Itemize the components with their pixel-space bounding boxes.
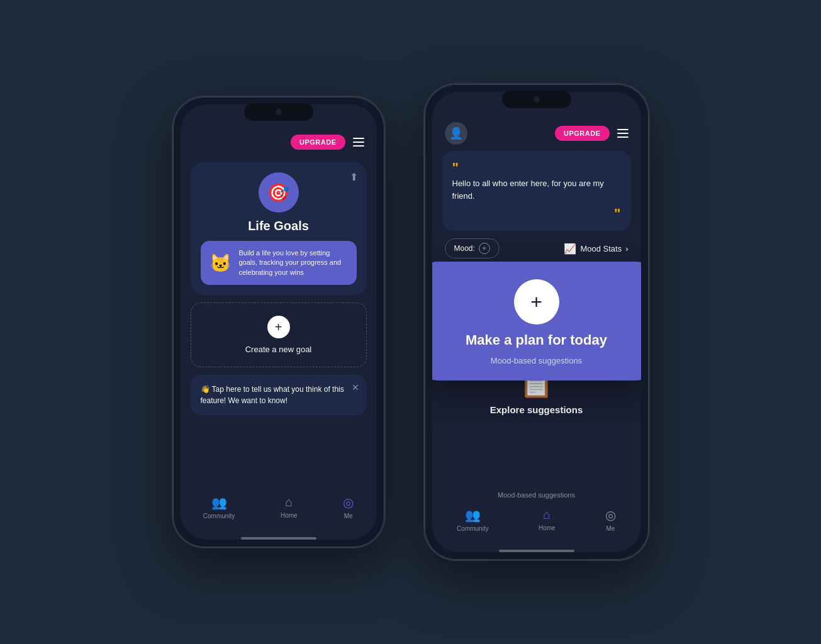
chevron-right-icon: ›	[625, 244, 628, 253]
quote-open: "	[452, 161, 621, 175]
feedback-text: 👋 Tap here to tell us what you think of …	[201, 384, 357, 406]
avatar[interactable]: 👤	[445, 122, 467, 145]
home-indicator-left	[241, 537, 316, 540]
menu-line-r3	[617, 136, 628, 138]
home-indicator-right	[499, 550, 574, 552]
chart-icon: 📈	[564, 243, 576, 255]
notch-right	[502, 91, 571, 108]
menu-line-r2	[617, 133, 628, 134]
explore-label: Explore suggestions	[490, 404, 583, 415]
nav-home-right[interactable]: ⌂ Home	[539, 508, 556, 532]
nav-me-right[interactable]: ◎ Me	[605, 508, 616, 532]
nav-me-label-2: Me	[606, 525, 615, 532]
overlay-card[interactable]: + Make a plan for today Mood-based sugge…	[432, 262, 641, 380]
nav-home-left[interactable]: ⌂ Home	[281, 495, 298, 519]
overlay-title: Make a plan for today	[466, 332, 607, 348]
create-goal-label: Create a new goal	[245, 345, 312, 354]
scene: UPGRADE ⬆ Life Goals 🐱	[147, 58, 675, 586]
main-content-left: ⬆ Life Goals 🐱 Build a life you love by …	[181, 156, 377, 489]
feedback-card[interactable]: 👋 Tap here to tell us what you think of …	[191, 375, 367, 415]
phone-frame-right: 👤 UPGRADE " Hello t	[423, 83, 650, 561]
mood-plus-icon: +	[479, 243, 490, 254]
notch-left	[244, 103, 313, 121]
home-icon-2: ⌂	[543, 508, 550, 522]
notch-dot	[276, 109, 282, 115]
upgrade-button[interactable]: UPGRADE	[291, 135, 345, 150]
mood-stats-link[interactable]: 📈 Mood Stats ›	[564, 243, 628, 255]
nav-home-label-2: Home	[539, 525, 556, 531]
phone-screen-left: UPGRADE ⬆ Life Goals 🐱	[181, 104, 377, 540]
home-icon: ⌂	[285, 495, 293, 509]
header-right-group: UPGRADE	[555, 126, 628, 141]
side-button-left-2	[423, 172, 425, 195]
nav-community-left[interactable]: 👥 Community	[203, 495, 235, 519]
phone-frame-left: UPGRADE ⬆ Life Goals 🐱	[172, 96, 386, 548]
close-button[interactable]: ✕	[352, 382, 359, 392]
phone-screen-right: 👤 UPGRADE " Hello t	[432, 92, 641, 552]
goals-card: ⬆ Life Goals 🐱 Build a life you love by …	[191, 162, 367, 295]
mood-button[interactable]: Mood: +	[445, 238, 500, 258]
mood-stats-label: Mood Stats	[580, 244, 622, 253]
nav-community-right[interactable]: 👥 Community	[457, 508, 489, 532]
community-icon-2: 👥	[465, 508, 481, 523]
nav-community-label-2: Community	[457, 525, 489, 532]
phone-1: UPGRADE ⬆ Life Goals 🐱	[172, 96, 386, 548]
cat-icon: 🐱	[209, 253, 232, 274]
bottom-nav-left: 👥 Community ⌂ Home ◎ Me	[181, 489, 377, 532]
menu-line-3	[353, 145, 364, 147]
side-button-right-2	[649, 185, 650, 223]
menu-icon-2[interactable]	[617, 129, 628, 138]
nav-home-label: Home	[281, 512, 298, 519]
bottom-nav-right: 👥 Community ⌂ Home ◎ Me	[432, 501, 641, 545]
me-icon: ◎	[343, 495, 354, 510]
upgrade-button-2[interactable]: UPGRADE	[555, 126, 610, 141]
nav-me-left[interactable]: ◎ Me	[343, 495, 354, 519]
community-icon: 👥	[211, 495, 227, 510]
menu-line-2	[353, 142, 364, 143]
share-icon[interactable]: ⬆	[350, 171, 358, 183]
me-icon-2: ◎	[605, 508, 616, 523]
menu-line-r1	[617, 129, 628, 130]
goals-banner: 🐱 Build a life you love by setting goals…	[201, 241, 357, 285]
nav-me-label: Me	[344, 513, 353, 519]
mood-suggestions-label: Mood-based suggestions	[432, 486, 641, 501]
mood-label: Mood:	[454, 244, 475, 253]
phone-2: 👤 UPGRADE " Hello t	[423, 83, 650, 561]
side-button-left	[172, 185, 173, 208]
side-button-right	[384, 197, 386, 235]
menu-icon[interactable]	[353, 138, 364, 147]
quote-card: " Hello to all who enter here, for you a…	[442, 151, 631, 231]
notch-dot-2	[533, 96, 540, 103]
quote-close: "	[452, 207, 621, 221]
menu-line-1	[353, 138, 364, 139]
plus-icon: +	[267, 316, 290, 338]
create-goal-card[interactable]: + Create a new goal	[191, 303, 367, 367]
mood-row: Mood: + 📈 Mood Stats ›	[442, 238, 631, 258]
goals-title: Life Goals	[248, 219, 309, 233]
quote-text: Hello to all who enter here, for you are…	[452, 175, 621, 207]
target-icon	[259, 172, 299, 213]
overlay-subtitle: Mood-based suggestions	[491, 356, 582, 365]
nav-community-label: Community	[203, 513, 235, 519]
big-plus-icon[interactable]: +	[514, 279, 559, 325]
goals-banner-text: Build a life you love by setting goals, …	[239, 248, 348, 277]
